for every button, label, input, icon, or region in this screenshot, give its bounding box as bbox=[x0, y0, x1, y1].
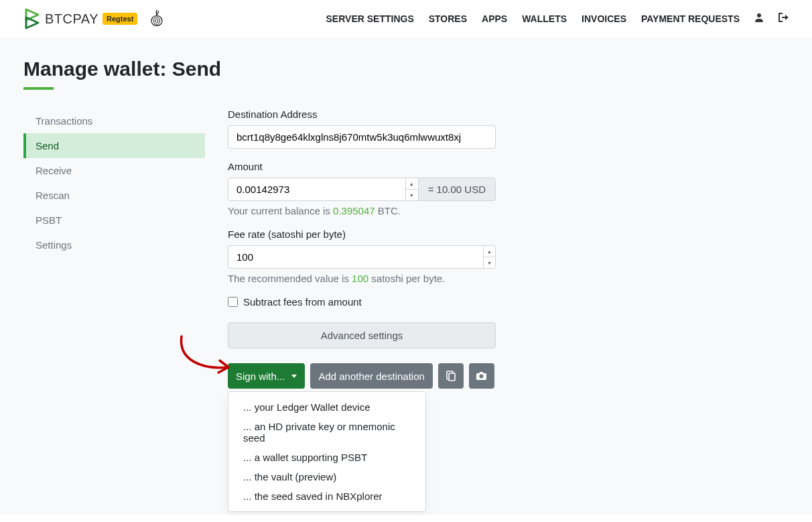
nav-stores[interactable]: STORES bbox=[429, 13, 467, 24]
camera-icon bbox=[476, 371, 487, 381]
dropdown-nbxplorer[interactable]: ... the seed saved in NBXplorer bbox=[228, 486, 425, 506]
svg-rect-5 bbox=[449, 373, 455, 381]
user-icon[interactable] bbox=[754, 13, 764, 25]
brand-name: BTCPAY bbox=[45, 11, 98, 27]
fee-label: Fee rate (satoshi per byte) bbox=[228, 229, 610, 240]
amount-label: Amount bbox=[228, 161, 610, 172]
dropdown-psbt[interactable]: ... a wallet supporting PSBT bbox=[228, 448, 425, 467]
paste-icon bbox=[446, 371, 456, 381]
top-navigation: BTCPAY Regtest SERVER SETTINGS STORES AP… bbox=[0, 0, 812, 38]
main-nav: SERVER SETTINGS STORES APPS WALLETS INVO… bbox=[326, 13, 789, 25]
svg-point-3 bbox=[757, 13, 761, 17]
regtest-badge: Regtest bbox=[103, 13, 137, 25]
wallet-sidenav: Transactions Send Receive Rescan PSBT Se… bbox=[23, 109, 205, 389]
sidenav-send[interactable]: Send bbox=[23, 133, 205, 158]
brand-area: BTCPAY Regtest bbox=[23, 8, 164, 29]
nav-payment-requests[interactable]: PAYMENT REQUESTS bbox=[641, 13, 740, 24]
main-content: Manage wallet: Send Transactions Send Re… bbox=[0, 38, 812, 515]
advanced-settings-toggle[interactable]: Advanced settings bbox=[228, 322, 496, 348]
btcpay-logo-icon bbox=[23, 8, 41, 29]
nav-wallets[interactable]: WALLETS bbox=[522, 13, 567, 24]
amount-spinner[interactable]: ▲▼ bbox=[405, 178, 417, 200]
tor-icon[interactable] bbox=[149, 9, 164, 29]
destination-label: Destination Address bbox=[228, 109, 610, 120]
nav-apps[interactable]: APPS bbox=[482, 13, 507, 24]
dropdown-vault[interactable]: ... the vault (preview) bbox=[228, 467, 425, 486]
fee-recommended[interactable]: 100 bbox=[352, 273, 368, 284]
add-destination-button[interactable]: Add another destination bbox=[310, 363, 432, 389]
nav-server-settings[interactable]: SERVER SETTINGS bbox=[326, 13, 414, 24]
subtract-fees-label[interactable]: Subtract fees from amount bbox=[243, 296, 362, 308]
page-title: Manage wallet: Send bbox=[23, 58, 789, 80]
dropdown-hdkey[interactable]: ... an HD private key or mnemonic seed bbox=[228, 417, 425, 448]
send-form: Destination Address Amount ▲▼ = 10.00 US… bbox=[228, 109, 610, 389]
sidenav-rescan[interactable]: Rescan bbox=[23, 183, 205, 208]
nav-invoices[interactable]: INVOICES bbox=[582, 13, 626, 24]
sidenav-psbt[interactable]: PSBT bbox=[23, 208, 205, 233]
balance-value[interactable]: 0.395047 bbox=[333, 205, 375, 216]
fee-helper: The recommended value is 100 satoshi per… bbox=[228, 273, 610, 284]
subtract-fees-checkbox[interactable] bbox=[228, 297, 238, 307]
sidenav-transactions[interactable]: Transactions bbox=[23, 109, 205, 133]
fee-input[interactable] bbox=[228, 245, 496, 269]
title-underline bbox=[23, 87, 54, 90]
caret-down-icon bbox=[291, 375, 297, 378]
svg-point-6 bbox=[480, 375, 484, 379]
sidenav-receive[interactable]: Receive bbox=[23, 158, 205, 183]
sign-with-dropdown: ... your Ledger Wallet device ... an HD … bbox=[228, 391, 426, 512]
dropdown-ledger[interactable]: ... your Ledger Wallet device bbox=[228, 397, 425, 417]
scan-qr-button[interactable] bbox=[469, 363, 494, 389]
sign-with-button[interactable]: Sign with... bbox=[228, 363, 305, 389]
logout-icon[interactable] bbox=[779, 13, 789, 25]
fiat-equivalent: = 10.00 USD bbox=[418, 178, 496, 201]
action-row: Sign with... Add another destination bbox=[228, 363, 610, 389]
amount-input[interactable] bbox=[228, 178, 418, 201]
balance-helper: Your current balance is 0.395047 BTC. bbox=[228, 205, 610, 216]
paste-button[interactable] bbox=[438, 363, 464, 389]
destination-input[interactable] bbox=[228, 125, 496, 149]
fee-spinner[interactable]: ▲▼ bbox=[483, 246, 495, 268]
sidenav-settings[interactable]: Settings bbox=[23, 233, 205, 257]
